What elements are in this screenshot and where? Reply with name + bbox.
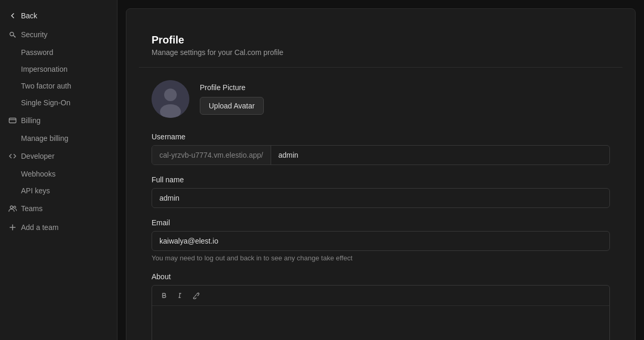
page-header: Profile Manage settings for your Cal.com…: [139, 21, 622, 68]
sidebar-item-password[interactable]: Password: [0, 44, 117, 61]
profile-pic-info: Profile Picture Upload Avatar: [200, 83, 264, 115]
sidebar-item-impersonation[interactable]: Impersonation: [0, 61, 117, 78]
add-team-button[interactable]: Add a team: [0, 218, 117, 237]
svg-rect-1: [9, 118, 16, 123]
email-group: Email You may need to log out and back i…: [152, 218, 610, 262]
email-hint: You may need to log out and back in to s…: [152, 254, 610, 262]
link-icon: [192, 292, 199, 299]
profile-card: Profile Manage settings for your Cal.com…: [126, 8, 636, 340]
about-content[interactable]: [152, 306, 609, 337]
username-field-row: cal-yrzvb-u7774.vm.elestio.app/: [152, 145, 610, 165]
username-group: Username cal-yrzvb-u7774.vm.elestio.app/: [152, 133, 610, 165]
sidebar-item-sso[interactable]: Single Sign-On: [0, 94, 117, 111]
profile-picture-label: Profile Picture: [200, 83, 264, 92]
billing-label: Billing: [21, 116, 40, 125]
teams-label: Teams: [21, 204, 42, 213]
sidebar: Back Security Password Impersonation Two…: [0, 0, 117, 340]
italic-button[interactable]: [173, 290, 187, 301]
avatar: [152, 80, 189, 118]
arrow-left-icon: [8, 12, 17, 20]
editor-toolbar: [152, 286, 609, 306]
email-input[interactable]: [152, 231, 610, 251]
sidebar-item-two-factor[interactable]: Two factor auth: [0, 78, 117, 94]
sidebar-item-webhooks[interactable]: Webhooks: [0, 166, 117, 182]
editor-resize-handle: ∗: [152, 337, 609, 340]
italic-icon: [176, 292, 184, 299]
plus-icon: [8, 223, 17, 232]
bold-button[interactable]: [157, 290, 171, 301]
upload-avatar-button[interactable]: Upload Avatar: [200, 97, 264, 115]
back-label: Back: [21, 12, 37, 20]
security-label: Security: [21, 30, 48, 39]
profile-picture-row: Profile Picture Upload Avatar: [152, 80, 610, 118]
username-input[interactable]: [271, 146, 609, 164]
full-name-input[interactable]: [152, 188, 610, 208]
page-subtitle: Manage settings for your Cal.com profile: [152, 48, 610, 57]
credit-icon: [8, 116, 17, 125]
email-label: Email: [152, 218, 610, 227]
full-name-label: Full name: [152, 176, 610, 184]
sidebar-section-security[interactable]: Security: [0, 25, 117, 44]
svg-point-2: [10, 206, 13, 209]
main-content: Profile Manage settings for your Cal.com…: [117, 0, 644, 340]
about-group: About: [152, 272, 610, 340]
developer-label: Developer: [21, 152, 55, 160]
users-icon: [8, 204, 17, 213]
username-prefix: cal-yrzvb-u7774.vm.elestio.app/: [152, 146, 271, 164]
back-button[interactable]: Back: [0, 6, 117, 25]
profile-section: Profile Picture Upload Avatar Username c…: [139, 68, 622, 340]
sidebar-item-api-keys[interactable]: API keys: [0, 182, 117, 199]
full-name-group: Full name: [152, 176, 610, 208]
page-title: Profile: [152, 34, 610, 46]
add-team-label: Add a team: [21, 223, 59, 232]
svg-point-5: [164, 89, 177, 101]
svg-point-3: [14, 206, 16, 209]
about-editor: ∗: [152, 285, 610, 340]
link-button[interactable]: [189, 290, 202, 301]
sidebar-section-billing[interactable]: Billing: [0, 111, 117, 130]
avatar-image: [152, 80, 189, 118]
sidebar-item-manage-billing[interactable]: Manage billing: [0, 130, 117, 147]
bold-icon: [160, 292, 168, 299]
code-icon: [8, 152, 17, 160]
sidebar-section-teams[interactable]: Teams: [0, 199, 117, 218]
about-label: About: [152, 272, 610, 281]
username-label: Username: [152, 133, 610, 141]
sidebar-section-developer[interactable]: Developer: [0, 147, 117, 166]
key-icon: [8, 30, 17, 39]
